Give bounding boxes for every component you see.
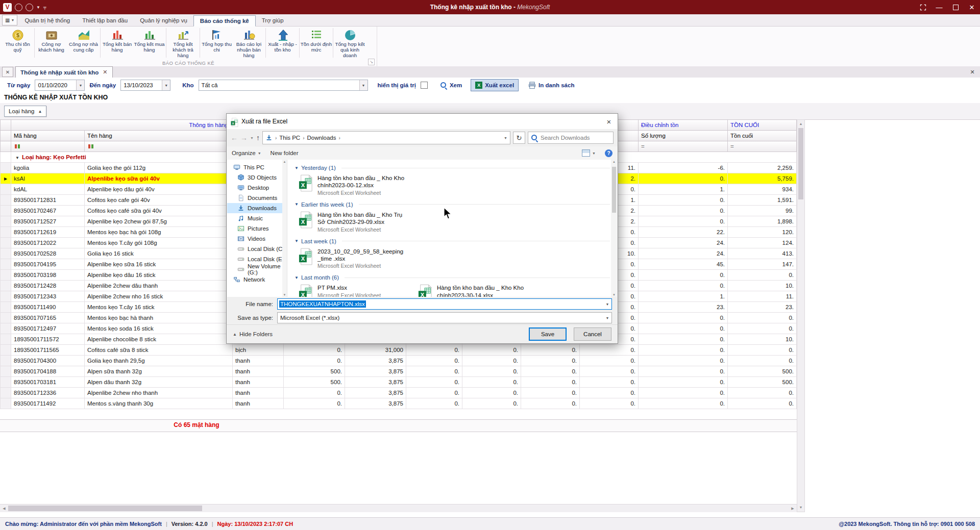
cell-ma[interactable]: ksAl xyxy=(11,173,85,184)
view-button[interactable]: Xem xyxy=(440,82,462,89)
filter-cell-so-luong[interactable]: = xyxy=(639,141,728,152)
cell-dvt[interactable]: bịch xyxy=(233,345,284,356)
cell-ten[interactable]: Alpenlibe 2chew dâu thanh xyxy=(85,281,233,291)
cancel-button[interactable]: Cancel xyxy=(574,327,611,341)
grid-horizontal-scrollbar[interactable]: ◀ ▶ xyxy=(0,504,797,512)
scroll-down-icon[interactable]: ▼ xyxy=(611,293,617,296)
grid-vertical-scrollbar[interactable]: ▲ ▼ xyxy=(797,119,805,512)
cell-sl[interactable]: 0. xyxy=(639,270,728,281)
sidebar-item-videos[interactable]: Videos xyxy=(227,234,287,244)
cell-n4[interactable]: 0. xyxy=(462,345,521,356)
ribbon-button-ton-duoi-inh-muc[interactable]: Tồn dưới định mức xyxy=(300,28,332,53)
forward-icon[interactable]: → xyxy=(240,134,248,142)
ribbon-tab-quan-tri-he-thong[interactable]: Quản trị hệ thống xyxy=(18,15,76,26)
ribbon-tab-quan-ly-nghiep-vu[interactable]: Quản lý nghiệp vụ xyxy=(134,15,193,26)
cell-ma[interactable]: 8935001703198 xyxy=(11,270,85,281)
cell-n6[interactable]: 0. xyxy=(580,345,639,356)
cell-sl[interactable]: 24. xyxy=(639,238,728,248)
ribbon-tab-tro-giup[interactable]: Trợ giúp xyxy=(256,15,290,26)
sidebar-item-local-disk-e[interactable]: Local Disk (E:) xyxy=(227,254,287,264)
print-list-button[interactable]: In danh sách xyxy=(528,82,574,89)
cell-tc[interactable]: 10. xyxy=(728,281,797,291)
cell-dvt[interactable]: thanh xyxy=(233,388,284,398)
cell-n4[interactable]: 0. xyxy=(462,398,521,409)
table-row[interactable]: 8935001703181Alpen dâu thanh 32gthanh500… xyxy=(1,377,797,388)
cell-sl[interactable]: 24. xyxy=(639,248,728,259)
from-date-combo[interactable]: 01/10/2020▼ xyxy=(35,80,85,91)
column-header-ton-cuoi[interactable]: Tồn cuối xyxy=(728,131,797,141)
sidebar-item-3d-objects[interactable]: 3D Objects xyxy=(227,172,287,183)
organize-button[interactable]: Organize▼ xyxy=(232,150,261,156)
column-header-so-luong[interactable]: Số lượng xyxy=(639,131,728,141)
cell-tc[interactable]: 934. xyxy=(728,184,797,195)
cell-tc[interactable]: 0. xyxy=(728,323,797,334)
cell-ma[interactable]: 8935001712428 xyxy=(11,281,85,291)
cell-n3[interactable]: 0. xyxy=(406,377,462,388)
cell-sl[interactable]: -6. xyxy=(639,163,728,173)
sidebar-item-desktop[interactable]: Desktop xyxy=(227,183,287,193)
table-row[interactable]: 8935001704188Alpen sữa thanh 32gthanh500… xyxy=(1,366,797,377)
cell-n1[interactable]: 0. xyxy=(284,356,345,366)
collapse-icon[interactable]: ▼ xyxy=(15,156,19,160)
cell-ten[interactable]: Cofitos kẹo café sữa gói 40v xyxy=(85,206,233,216)
file-item[interactable]: X2023_10_02_09_59_58_keeping_time .xlsxM… xyxy=(299,248,414,269)
cell-n5[interactable]: 0. xyxy=(521,377,580,388)
cell-sl[interactable]: 0. xyxy=(639,195,728,206)
cell-n1[interactable]: 0. xyxy=(284,388,345,398)
cell-ma[interactable]: 8935001712497 xyxy=(11,323,85,334)
quick-access-button-1-icon[interactable] xyxy=(15,4,22,11)
save-type-select[interactable]: Microsoft Excel (*.xlsx) ▼ xyxy=(277,312,612,323)
hide-folders-button[interactable]: ▲Hide Folders xyxy=(233,331,273,337)
up-icon[interactable]: ↑ xyxy=(256,134,260,142)
breadcrumb-this-pc[interactable]: This PC xyxy=(279,135,300,141)
cell-ma[interactable]: 8935001711492 xyxy=(11,398,85,409)
cell-ten[interactable]: Golia kẹo 16 stick xyxy=(85,248,233,259)
sidebar-item-new-volume-g[interactable]: New Volume (G:) xyxy=(227,264,287,274)
band-dieu-chinh-ton[interactable]: Điều chỉnh tồn xyxy=(639,120,728,131)
chevron-down-icon[interactable]: ▼ xyxy=(359,80,368,90)
address-bar[interactable]: › This PC › Downloads › ▼ xyxy=(262,131,510,144)
cell-n5[interactable]: 0. xyxy=(521,356,580,366)
cell-ma[interactable]: 8935001707165 xyxy=(11,313,85,323)
dialog-close-icon[interactable]: × xyxy=(600,114,618,129)
ribbon-button-xuat-nhap-ton-kho[interactable]: Xuất - nhập - tồn kho xyxy=(266,28,299,53)
cell-n1[interactable]: 0. xyxy=(284,398,345,409)
cell-tc[interactable]: 0. xyxy=(728,270,797,281)
cell-ten[interactable]: Alpenlibe 2chew nho thanh xyxy=(85,388,233,398)
cell-tc[interactable]: 10. xyxy=(728,334,797,345)
cell-tc[interactable]: 500. xyxy=(728,366,797,377)
sidebar-item-local-disk-c[interactable]: Local Disk (C:) xyxy=(227,244,287,254)
table-row[interactable]: 8935001704300Golia kẹo thanh 29,5gthanh0… xyxy=(1,356,797,366)
cell-tc[interactable]: 0. xyxy=(728,388,797,398)
ribbon-tab-bao-cao-thong-ke[interactable]: Báo cáo thống kê xyxy=(193,15,256,27)
cell-n5[interactable]: 0. xyxy=(521,345,580,356)
scroll-thumb[interactable] xyxy=(8,506,202,511)
cell-n4[interactable]: 0. xyxy=(462,366,521,377)
back-icon[interactable]: ← xyxy=(231,134,238,142)
table-row[interactable]: 18935001711565Cofitos café sữa 8 stickbị… xyxy=(1,345,797,356)
ribbon-button-tong-ket-khach-tra-hang[interactable]: Tổng kết khách trả hàng xyxy=(167,28,199,59)
chevron-right-icon[interactable]: › xyxy=(338,135,340,141)
cell-n5[interactable]: 0. xyxy=(521,398,580,409)
cell-n1[interactable]: 0. xyxy=(284,345,345,356)
cell-ma[interactable]: 8935001702528 xyxy=(11,248,85,259)
minimize-button[interactable]: — xyxy=(931,1,947,13)
file-item[interactable]: XPT PM.xlsxMicrosoft Excel Worksheet xyxy=(299,284,414,297)
cell-tc[interactable]: 120. xyxy=(728,227,797,238)
cell-ten[interactable]: Alpen sữa thanh 32g xyxy=(85,366,233,377)
cell-tc[interactable]: 0. xyxy=(728,398,797,409)
close-all-tabs-icon[interactable]: ✕ xyxy=(2,67,13,77)
cell-sl[interactable]: 0. xyxy=(639,345,728,356)
cell-ten[interactable]: Alpenlibe kẹo 2chew gói 87,5g xyxy=(85,216,233,227)
filter-cell-ton-cuoi[interactable]: = xyxy=(728,141,797,152)
cell-dvt[interactable]: thanh xyxy=(233,398,284,409)
file-group-header-last-week-1[interactable]: ▼Last week (1) xyxy=(295,236,617,246)
scroll-up-icon[interactable]: ▲ xyxy=(282,160,287,163)
save-button[interactable]: Save xyxy=(529,327,567,341)
ribbon-button-tong-ket-mua-hang[interactable]: Tổng kết mua hàng xyxy=(133,28,165,53)
sidebar-item-this-pc[interactable]: This PC xyxy=(227,162,287,172)
cell-ten[interactable]: Mentos kẹo bạc hà thanh xyxy=(85,313,233,323)
cell-tc[interactable]: 0. xyxy=(728,345,797,356)
cell-ten[interactable]: Alpen dâu thanh 32g xyxy=(85,377,233,388)
cell-n5[interactable]: 0. xyxy=(521,388,580,398)
